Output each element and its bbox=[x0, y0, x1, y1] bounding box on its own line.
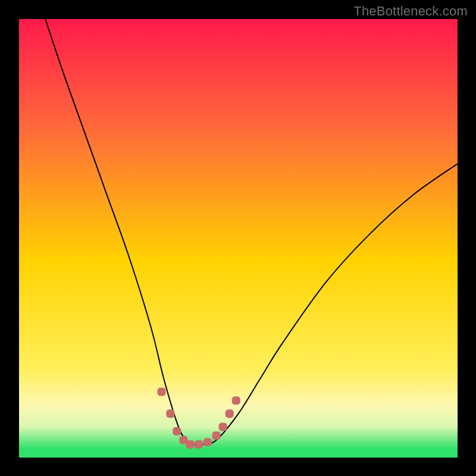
marker-point bbox=[232, 396, 240, 405]
watermark-text: TheBottleneck.com bbox=[353, 4, 468, 19]
plot-area bbox=[19, 19, 458, 458]
marker-point bbox=[212, 431, 221, 440]
curve-layer bbox=[19, 19, 458, 458]
marker-point bbox=[195, 440, 203, 449]
marker-point bbox=[186, 440, 194, 449]
highlight-markers bbox=[158, 387, 240, 448]
bottleneck-curve bbox=[45, 19, 458, 445]
marker-point bbox=[166, 409, 174, 418]
marker-point bbox=[203, 438, 212, 446]
marker-point bbox=[219, 422, 227, 431]
marker-point bbox=[226, 409, 234, 418]
marker-point bbox=[173, 427, 181, 436]
marker-point bbox=[158, 387, 166, 396]
chart-frame: TheBottleneck.com bbox=[0, 0, 476, 476]
